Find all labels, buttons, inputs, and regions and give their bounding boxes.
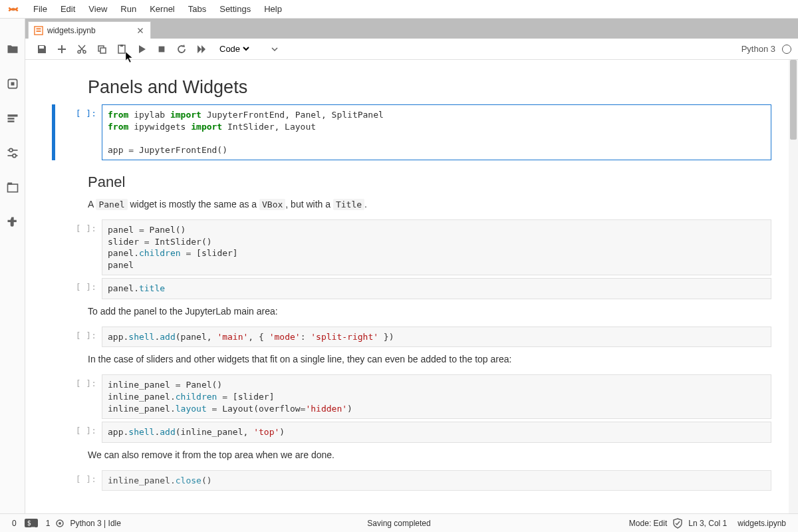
code[interactable]: panel.title — [108, 283, 765, 295]
code[interactable]: app.shell.add(inline_panel, 'top') — [108, 426, 765, 438]
svg-rect-3 — [7, 114, 17, 116]
status-save: Saving completed — [367, 519, 430, 528]
stop-button[interactable] — [155, 43, 168, 56]
svg-rect-4 — [7, 118, 14, 120]
status-position[interactable]: Ln 3, Col 1 — [688, 519, 727, 528]
commands-icon[interactable] — [5, 111, 20, 126]
svg-rect-12 — [37, 31, 41, 32]
code-cell-6[interactable]: [ ]: app.shell.add(inline_panel, 'top') — [52, 422, 771, 443]
tab-widgets[interactable]: widgets.ipynb — [28, 21, 151, 39]
kernel-small-icon — [55, 519, 65, 528]
prompt: [ ]: — [55, 374, 102, 419]
chevron-down-icon — [271, 46, 278, 53]
close-icon[interactable] — [136, 26, 145, 35]
folder-icon[interactable] — [5, 42, 20, 57]
prompt: [ ]: — [55, 470, 102, 491]
save-button[interactable] — [35, 43, 49, 56]
insert-cell-button[interactable] — [55, 43, 68, 56]
scrollbar-thumb[interactable] — [790, 60, 797, 140]
tabbar: widgets.ipynb — [25, 19, 798, 39]
code[interactable]: app.shell.add(panel, 'main', { 'mode': '… — [108, 331, 765, 343]
heading-panel: Panel — [88, 174, 785, 191]
kernel-status-icon — [782, 45, 791, 54]
notebook[interactable]: Panels and Widgets [ ]: from ipylab impo… — [25, 60, 798, 513]
status-terminals-1[interactable]: 1 — [46, 519, 51, 528]
status-kernel[interactable]: Python 3 | Idle — [70, 519, 121, 528]
code[interactable]: from ipylab import JupyterFrontEnd, Pane… — [108, 109, 765, 156]
tabs-icon[interactable] — [5, 180, 20, 195]
svg-rect-11 — [37, 28, 41, 29]
restart-button[interactable] — [175, 43, 188, 56]
prompt: [ ]: — [55, 219, 102, 275]
menu-edit[interactable]: Edit — [54, 1, 82, 17]
notebook-icon — [34, 26, 43, 35]
prompt: [ ]: — [55, 327, 102, 348]
menubar: File Edit View Run Kernel Tabs Settings … — [0, 0, 798, 19]
statusbar: 0 $_ 1 Python 3 | Idle Saving completed … — [0, 513, 798, 532]
jupyter-logo-icon — [7, 3, 20, 16]
status-mode[interactable]: Mode: Edit — [629, 519, 667, 528]
menu-tabs[interactable]: Tabs — [182, 1, 213, 17]
svg-rect-16 — [100, 48, 106, 53]
status-terminals-0[interactable]: 0 — [12, 519, 17, 528]
terminal-icon: $_ — [25, 519, 38, 527]
prompt: [ ]: — [55, 104, 102, 160]
menu-file[interactable]: File — [27, 1, 54, 17]
menu-run[interactable]: Run — [114, 1, 143, 17]
svg-point-6 — [9, 148, 13, 152]
svg-rect-18 — [120, 45, 123, 47]
menu-help[interactable]: Help — [257, 1, 289, 17]
svg-rect-5 — [7, 120, 14, 122]
svg-rect-2 — [11, 82, 14, 86]
text-remove-desc: We can also remove it from the top area … — [88, 448, 785, 462]
paste-button[interactable] — [115, 43, 128, 56]
cell-type-select[interactable]: Code — [217, 43, 251, 55]
svg-point-21 — [59, 522, 61, 525]
code-cell-3[interactable]: [ ]: panel.title — [52, 278, 771, 299]
prompt: [ ]: — [55, 422, 102, 443]
menu-view[interactable]: View — [82, 1, 114, 17]
text-add-main: To add the panel to the JupyterLab main … — [88, 305, 785, 319]
run-button[interactable] — [135, 43, 148, 56]
code[interactable]: panel = Panel() slider = IntSlider() pan… — [108, 224, 765, 271]
left-sidebar — [0, 19, 25, 513]
copy-button[interactable] — [95, 43, 108, 56]
status-file[interactable]: widgets.ipynb — [737, 519, 786, 528]
heading-panels-widgets: Panels and Widgets — [88, 77, 785, 98]
text-inline-desc: In the case of sliders and other widgets… — [88, 352, 785, 366]
panel-desc: A Panel widget is mostly the same as a V… — [88, 198, 785, 211]
prompt: [ ]: — [55, 278, 102, 299]
tab-label: widgets.ipynb — [47, 26, 96, 35]
code-cell-7[interactable]: [ ]: inline_panel.close() — [52, 470, 771, 491]
running-icon[interactable] — [5, 76, 20, 91]
run-all-button[interactable] — [195, 43, 208, 56]
menu-settings[interactable]: Settings — [213, 1, 257, 17]
svg-rect-19 — [159, 46, 165, 52]
svg-rect-8 — [7, 184, 17, 192]
scrollbar[interactable] — [789, 60, 798, 513]
svg-point-7 — [13, 154, 16, 158]
code[interactable]: inline_panel.close() — [108, 475, 765, 487]
code[interactable]: inline_panel = Panel() inline_panel.chil… — [108, 379, 765, 414]
trusted-icon[interactable] — [672, 518, 683, 529]
code-cell-5[interactable]: [ ]: inline_panel = Panel() inline_panel… — [52, 374, 771, 419]
kernel-name: Python 3 — [741, 44, 775, 54]
kernel-indicator[interactable]: Python 3 — [741, 44, 791, 54]
main-area: widgets.ipynb Code Python 3 Panels and W… — [25, 19, 798, 513]
code-cell-4[interactable]: [ ]: app.shell.add(panel, 'main', { 'mod… — [52, 327, 771, 348]
toolbar: Code Python 3 — [25, 39, 798, 60]
cut-button[interactable] — [75, 43, 88, 56]
code-cell-2[interactable]: [ ]: panel = Panel() slider = IntSlider(… — [52, 219, 771, 275]
code-cell-1[interactable]: [ ]: from ipylab import JupyterFrontEnd,… — [52, 104, 771, 160]
extensions-icon[interactable] — [5, 215, 20, 229]
menu-kernel[interactable]: Kernel — [143, 1, 182, 17]
settings-icon[interactable] — [5, 146, 20, 160]
svg-rect-9 — [7, 183, 12, 185]
